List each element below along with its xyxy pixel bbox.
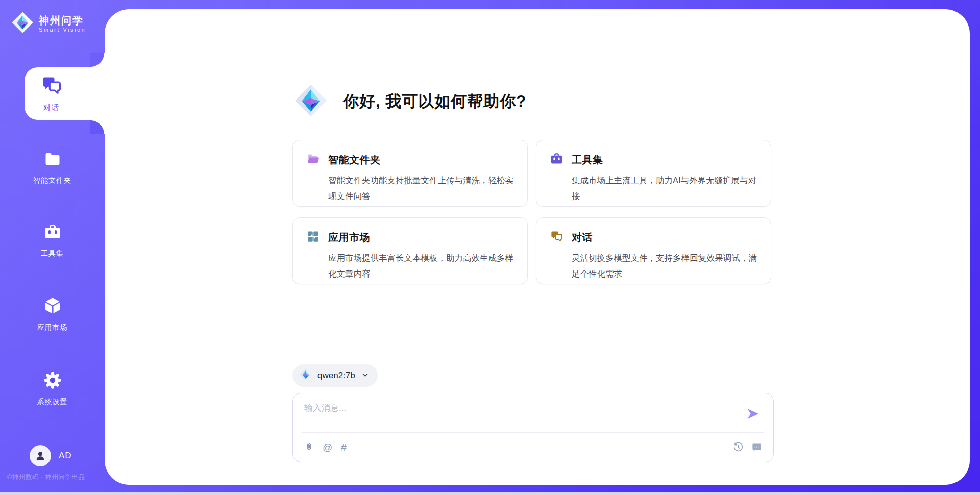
gear-icon [43,370,62,392]
sidebar-item-label: 应用市场 [37,323,68,332]
brand-diamond-icon [294,84,328,119]
cube-icon [43,296,62,317]
send-icon[interactable] [746,407,760,421]
sidebar-item-settings[interactable]: 系统设置 [0,370,105,407]
greeting: 你好, 我可以如何帮助你? [294,84,526,119]
card-title: 工具集 [572,153,603,167]
mention-icon[interactable]: @ [323,442,332,452]
user-initials: AD [59,451,72,461]
card-smart-folder[interactable]: 智能文件夹 智能文件夹功能支持批量文件上传与清洗，轻松实现文件问答 [292,140,528,207]
card-title: 智能文件夹 [328,153,381,167]
sidebar-item-label: 对话 [43,103,60,113]
hashtag-icon[interactable]: # [341,442,347,452]
sidebar-item-label: 工具集 [41,249,64,258]
feature-cards: 智能文件夹 智能文件夹功能支持批量文件上传与清洗，轻松实现文件问答 工具集 集成… [292,140,771,284]
sidebar-item-app-market[interactable]: 应用市场 [0,296,105,332]
card-toolset[interactable]: 工具集 集成市场上主流工具，助力AI与外界无缝扩展与对接 [536,140,771,207]
model-selector[interactable]: qwen2:7b [292,364,378,387]
card-title: 应用市场 [328,231,370,244]
sidebar-item-chat[interactable]: 对话 [24,67,106,120]
app-window: 神州问学 Smart Vision 对话 智能文件夹 [0,0,980,495]
chat-icon [550,230,564,245]
card-desc: 智能文件夹功能支持批量文件上传与清洗，轻松实现文件问答 [328,172,518,204]
card-chat[interactable]: 对话 灵活切换多模型文件，支持多样回复效果调试，满足个性化需求 [536,217,771,284]
message-input[interactable] [293,393,732,431]
chat-bubble-icon[interactable] [751,442,762,453]
message-composer: @ # [292,393,774,462]
card-app-market[interactable]: 应用市场 应用市场提供丰富长文本模板，助力高效生成多样化文章内容 [292,217,528,284]
card-desc: 灵活切换多模型文件，支持多样回复效果调试，满足个性化需求 [572,250,762,282]
app-logo: 神州问学 Smart Vision [11,11,86,36]
brand-diamond-icon [300,368,312,383]
copyright-text: ©神州数码 · 神州问学出品 [7,473,104,482]
tab-fillet-bottom [90,120,105,134]
composer-toolbar: @ # [293,432,773,462]
card-desc: 集成市场上主流工具，助力AI与外界无缝扩展与对接 [572,172,762,204]
card-title: 对话 [572,231,593,244]
model-name: qwen2:7b [317,370,355,381]
greeting-text: 你好, 我可以如何帮助你? [343,91,526,112]
avatar [30,445,51,466]
app-title: 神州问学 [39,15,86,27]
chevron-down-icon [361,370,370,381]
paperclip-icon[interactable] [304,442,314,453]
tab-fillet-top [90,53,105,67]
sidebar-item-label: 系统设置 [37,398,68,407]
folder-icon [43,150,62,170]
user-profile[interactable]: AD [30,445,72,466]
toolbox-icon [550,152,564,168]
chat-icon [40,75,63,99]
app-grid-icon [306,230,320,245]
sidebar-item-smart-folder[interactable]: 智能文件夹 [0,150,105,185]
history-icon[interactable] [733,442,744,453]
app-subtitle: Smart Vision [39,27,86,33]
sidebar-item-label: 智能文件夹 [33,176,71,185]
folder-open-icon [306,152,320,168]
brand-diamond-icon [11,11,34,36]
card-desc: 应用市场提供丰富长文本模板，助力高效生成多样化文章内容 [328,250,518,282]
toolbox-icon [43,223,62,243]
sidebar-item-toolset[interactable]: 工具集 [0,223,105,258]
